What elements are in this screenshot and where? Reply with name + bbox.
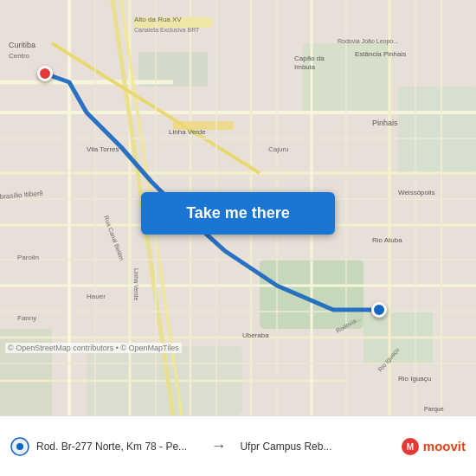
bottom-bar: Rod. Br-277 Norte, Km 78 - Pe... → Ufpr … (0, 415, 476, 476)
svg-text:Fanny: Fanny (17, 314, 36, 322)
moovit-text: moovit (423, 439, 466, 453)
origin-marker (37, 66, 53, 81)
svg-text:Cajuru: Cajuru (268, 145, 289, 153)
destination-marker (371, 302, 387, 318)
from-label: Rod. Br-277 Norte, Km 78 - Pe... (36, 441, 196, 453)
svg-text:Centro: Centro (9, 52, 30, 60)
route-arrow: → (210, 437, 226, 455)
svg-text:Alto da Rua XV: Alto da Rua XV (134, 16, 182, 23)
svg-text:Canaleta Exclusiva BRT: Canaleta Exclusiva BRT (134, 27, 200, 33)
svg-text:Estância Pinhais: Estância Pinhais (355, 50, 406, 58)
svg-text:M: M (407, 442, 414, 452)
svg-text:Hauer: Hauer (87, 293, 106, 300)
svg-text:Linha Verde: Linha Verde (133, 268, 139, 300)
svg-rect-4 (0, 329, 52, 415)
svg-text:Parque: Parque (424, 406, 444, 413)
svg-text:Rio Atuba: Rio Atuba (372, 236, 402, 244)
from-icon (10, 437, 29, 456)
take-me-there-button[interactable]: Take me there (141, 192, 335, 235)
moovit-logo: M moovit (401, 437, 466, 456)
copyright-text: © OpenStreetMap contributors • © OpenMap… (5, 343, 182, 353)
svg-text:Imbuia: Imbuia (294, 63, 316, 71)
svg-text:Rodovia João Leopo...: Rodovia João Leopo... (338, 38, 398, 45)
svg-rect-7 (398, 87, 476, 173)
svg-text:Parolin: Parolin (17, 254, 39, 261)
svg-text:Curitiba: Curitiba (9, 41, 35, 49)
svg-text:Vila Torres: Vila Torres (87, 145, 119, 153)
svg-text:Uberaba: Uberaba (242, 331, 269, 339)
svg-text:Rio Iguaçu: Rio Iguaçu (398, 375, 431, 383)
to-label: Ufpr Campus Reb... (240, 441, 400, 453)
map-container: Curitiba Centro brasílio Itiberê Vila To… (0, 0, 476, 415)
svg-text:Linha Verde: Linha Verde (169, 128, 206, 136)
svg-point-64 (16, 443, 23, 450)
moovit-icon: M (401, 437, 420, 456)
svg-text:Weissópolis: Weissópolis (398, 189, 435, 196)
svg-text:Pinhais: Pinhais (372, 119, 398, 127)
svg-text:Capão da: Capão da (294, 55, 325, 62)
route-info: Rod. Br-277 Norte, Km 78 - Pe... → Ufpr … (10, 437, 401, 456)
